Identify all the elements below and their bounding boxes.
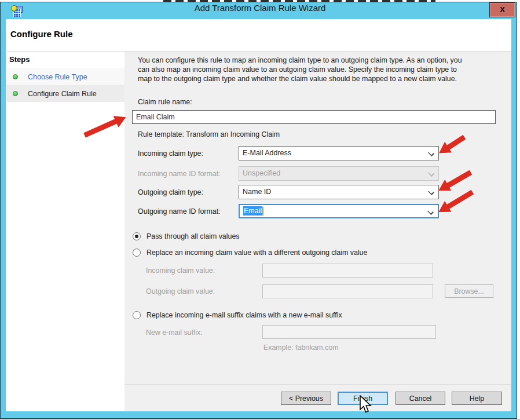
step-complete-icon	[13, 74, 18, 79]
option-label: Replace an incoming claim value with a d…	[147, 249, 367, 257]
mouse-cursor	[359, 395, 373, 415]
close-button[interactable]: X	[489, 2, 515, 17]
wizard-description-line: map to the outgoing claim type and wheth…	[138, 75, 457, 83]
incoming-name-id-format-label: Incoming name ID format:	[138, 170, 221, 178]
claim-rule-name-input[interactable]	[132, 110, 496, 124]
cancel-button[interactable]: Cancel	[396, 392, 445, 405]
chevron-down-icon	[429, 151, 433, 155]
radio-unselected-icon	[133, 311, 141, 319]
previous-button[interactable]: < Previous	[281, 392, 331, 405]
outgoing-name-id-format-label: Outgoing name ID format:	[138, 207, 221, 216]
selected-text: Email	[243, 206, 262, 216]
rule-template-text: Rule template: Transform an Incoming Cla…	[138, 130, 280, 138]
chevron-down-icon	[429, 189, 433, 194]
combo-value: E-Mail Address	[243, 149, 291, 157]
chevron-down-icon	[429, 171, 433, 176]
chevron-down-icon	[428, 209, 433, 214]
incoming-claim-value-input	[262, 264, 433, 277]
outgoing-name-id-format-select[interactable]: Email	[239, 204, 439, 218]
browse-button: Browse...	[445, 284, 493, 298]
window-title: Add Transform Claim Rule Wizard	[0, 3, 520, 13]
new-email-suffix-label: New e-mail suffix:	[146, 328, 203, 337]
combo-value: Unspecified	[243, 169, 280, 177]
incoming-name-id-format-select: Unspecified	[239, 166, 439, 181]
claim-rule-name-label: Claim rule name:	[138, 98, 192, 106]
step-label: Choose Rule Type	[28, 73, 87, 81]
radio-unselected-icon	[133, 249, 141, 257]
sidebar-item-configure-claim-rule[interactable]: Configure Claim Rule	[6, 85, 124, 102]
step-label: Configure Claim Rule	[28, 90, 97, 98]
option-label: Replace incoming e-mail suffix claims wi…	[147, 311, 342, 319]
outgoing-claim-type-label: Outgoing claim type:	[138, 188, 203, 196]
button-divider	[124, 385, 511, 385]
incoming-claim-type-label: Incoming claim type:	[138, 149, 203, 158]
radio-selected-icon	[133, 232, 141, 240]
sidebar-item-choose-rule-type[interactable]: Choose Rule Type	[6, 68, 124, 85]
steps-heading: Steps	[9, 55, 30, 64]
incoming-claim-type-select[interactable]: E-Mail Address	[239, 146, 439, 160]
steps-panel	[6, 52, 124, 411]
wizard-description-line: can also map an incoming claim value to …	[138, 65, 457, 74]
outgoing-claim-type-select[interactable]: Name ID	[239, 185, 439, 199]
help-button[interactable]: Help	[452, 392, 502, 405]
outgoing-claim-value-input	[262, 284, 433, 298]
option-label: Pass through all claim values	[147, 232, 239, 240]
wizard-description-line: You can configure this rule to map an in…	[138, 56, 462, 64]
outgoing-claim-value-label: Outgoing claim value:	[146, 287, 215, 295]
example-hint: Example: fabrikam.com	[263, 344, 338, 352]
new-email-suffix-input	[262, 325, 436, 339]
incoming-claim-value-label: Incoming claim value:	[146, 266, 215, 275]
page-title: Configure Rule	[10, 29, 73, 39]
combo-value: Name ID	[243, 188, 271, 196]
step-complete-icon	[13, 91, 18, 96]
text-caret	[262, 207, 263, 216]
